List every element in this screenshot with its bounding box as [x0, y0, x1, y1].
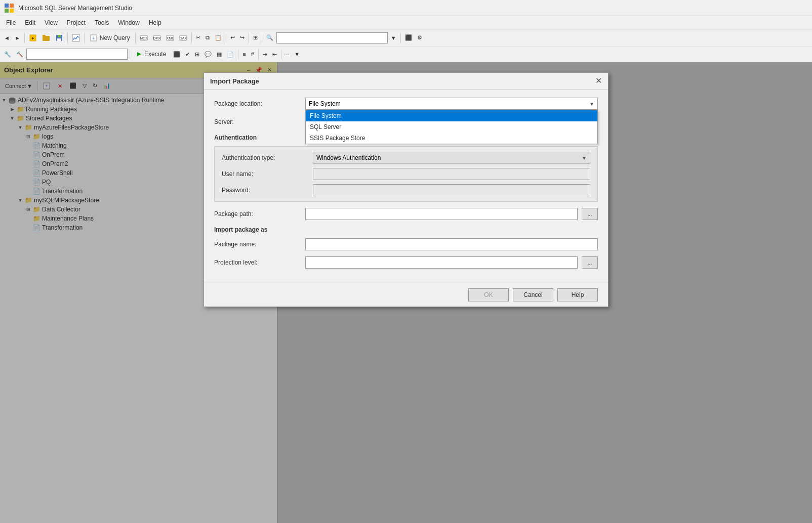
- activity-monitor-button[interactable]: [70, 33, 82, 43]
- toggle-line-num[interactable]: #: [249, 50, 256, 58]
- package-name-control: [305, 238, 598, 250]
- protection-level-label: Protection level:: [214, 259, 305, 266]
- toolbar-sep-9: [400, 33, 401, 43]
- package-path-row: Package path: ...: [214, 208, 598, 220]
- new-query-button[interactable]: + New Query: [87, 33, 133, 43]
- svg-rect-1: [10, 4, 14, 8]
- menu-bar: File Edit View Project Tools Window Help: [0, 16, 812, 29]
- package-name-row: Package name:: [214, 238, 598, 250]
- import-package-dialog: Import Package ✕ Package location: File …: [204, 72, 608, 307]
- package-location-dropdown[interactable]: File System ▼: [305, 98, 598, 110]
- undo-button[interactable]: ↩: [228, 33, 237, 42]
- auth-section-box: Authentication type: Windows Authenticat…: [214, 146, 598, 202]
- tb-dax-button[interactable]: DAX: [177, 33, 189, 43]
- modal-footer: OK Cancel Help: [204, 283, 608, 307]
- app-icon: [4, 3, 14, 13]
- tb-mdx-button[interactable]: MDX: [138, 33, 150, 43]
- password-input[interactable]: [313, 184, 590, 196]
- results-button[interactable]: ⊞: [193, 50, 201, 59]
- toolbar-sep-5: [191, 33, 192, 43]
- redo-button[interactable]: ↪: [238, 33, 247, 42]
- auth-type-dropdown[interactable]: Windows Authentication ▼: [313, 152, 590, 164]
- server-label: Server:: [214, 118, 305, 125]
- menu-help[interactable]: Help: [145, 18, 166, 27]
- tb-xml-button[interactable]: XML: [164, 33, 176, 43]
- cut-button[interactable]: ✂: [194, 33, 202, 42]
- package-path-input[interactable]: [305, 208, 578, 220]
- package-name-label: Package name:: [214, 241, 305, 248]
- modal-body: Package location: File System ▼ File Sys…: [204, 90, 608, 283]
- package-location-row: Package location: File System ▼ File Sys…: [214, 98, 598, 110]
- cancel-button[interactable]: Cancel: [513, 288, 553, 301]
- results-to-button[interactable]: ▦: [215, 50, 224, 59]
- svg-rect-11: [72, 34, 79, 41]
- db-selector[interactable]: [26, 49, 128, 60]
- back-button[interactable]: ◄: [2, 34, 12, 42]
- search-button[interactable]: 🔍: [264, 33, 275, 42]
- protection-level-input[interactable]: Keep protection level of the original pa…: [305, 256, 578, 269]
- toolbar2-sep-2: [238, 49, 238, 59]
- results-file-button[interactable]: 📄: [225, 50, 236, 59]
- modal-overlay: Import Package ✕ Package location: File …: [0, 62, 812, 523]
- help-button[interactable]: Help: [557, 288, 598, 301]
- toolbar2-sep-1: [130, 49, 130, 59]
- outdent-btn[interactable]: ⇤: [270, 50, 279, 59]
- menu-edit[interactable]: Edit: [21, 18, 39, 27]
- ssms-button[interactable]: ⬛: [403, 33, 414, 42]
- password-label: Password:: [222, 187, 313, 194]
- open-button[interactable]: [40, 33, 52, 43]
- svg-rect-9: [58, 35, 61, 37]
- messages-button[interactable]: 💬: [202, 50, 214, 59]
- toolbar-sep-8: [262, 33, 262, 43]
- ok-button[interactable]: OK: [468, 288, 509, 301]
- stop-button[interactable]: ⬛: [171, 50, 182, 59]
- svg-text:MDX: MDX: [140, 36, 148, 40]
- option-ssis-store[interactable]: SSIS Package Store: [306, 133, 597, 144]
- tb-dmx-button[interactable]: DMX: [151, 33, 163, 43]
- misc-btn[interactable]: ▼: [292, 50, 302, 58]
- svg-text:✦: ✦: [31, 36, 35, 41]
- new-db-button[interactable]: ✦: [27, 33, 39, 43]
- toolbar-sep-6: [226, 33, 226, 43]
- menu-window[interactable]: Window: [114, 18, 144, 27]
- search-input[interactable]: [276, 32, 388, 43]
- package-path-control: ...: [305, 208, 598, 220]
- svg-rect-2: [5, 9, 9, 13]
- protection-level-control: Keep protection level of the original pa…: [305, 256, 598, 269]
- comment-btn[interactable]: --: [283, 50, 291, 58]
- option-file-system[interactable]: File System: [306, 110, 597, 121]
- toolbar2-sep-3: [258, 49, 259, 59]
- auth-type-label: Authentication type:: [222, 154, 313, 161]
- new-query-label: New Query: [100, 34, 130, 41]
- auth-dropdown-arrow: ▼: [582, 155, 587, 161]
- tb-wrench2[interactable]: 🔨: [14, 50, 25, 59]
- menu-project[interactable]: Project: [63, 18, 90, 27]
- menu-view[interactable]: View: [40, 18, 62, 27]
- protection-browse-button[interactable]: ...: [582, 256, 598, 269]
- save-button[interactable]: [53, 33, 65, 43]
- indent-btn[interactable]: ⇥: [261, 50, 269, 59]
- package-location-value: File System: [309, 100, 341, 107]
- option-sql-server[interactable]: SQL Server: [306, 121, 597, 133]
- settings-button[interactable]: ⚙: [415, 33, 424, 42]
- authentication-section: Authentication Authentication type: Wind…: [214, 134, 598, 202]
- forward-button[interactable]: ►: [13, 34, 22, 42]
- copy-button[interactable]: ⧉: [204, 33, 212, 42]
- grid-button[interactable]: ⊞: [251, 33, 260, 42]
- tb-wrench1[interactable]: 🔧: [2, 50, 13, 59]
- toggle-header[interactable]: ≡: [240, 50, 248, 58]
- parse-button[interactable]: ✔: [183, 50, 192, 59]
- browse-button[interactable]: ...: [582, 208, 598, 220]
- execute-button[interactable]: Execute: [132, 50, 170, 59]
- package-name-input[interactable]: [305, 238, 598, 250]
- dropdown-arrow-btn[interactable]: ▼: [389, 34, 398, 42]
- package-location-control: File System ▼ File System SQL Server SSI…: [305, 98, 598, 110]
- username-input[interactable]: [313, 168, 590, 180]
- menu-file[interactable]: File: [2, 18, 20, 27]
- paste-button[interactable]: 📋: [213, 33, 224, 42]
- svg-rect-3: [10, 9, 14, 13]
- auth-type-control: Windows Authentication ▼: [313, 152, 590, 164]
- modal-title: Import Package: [210, 77, 259, 85]
- modal-close-button[interactable]: ✕: [595, 77, 602, 85]
- menu-tools[interactable]: Tools: [91, 18, 113, 27]
